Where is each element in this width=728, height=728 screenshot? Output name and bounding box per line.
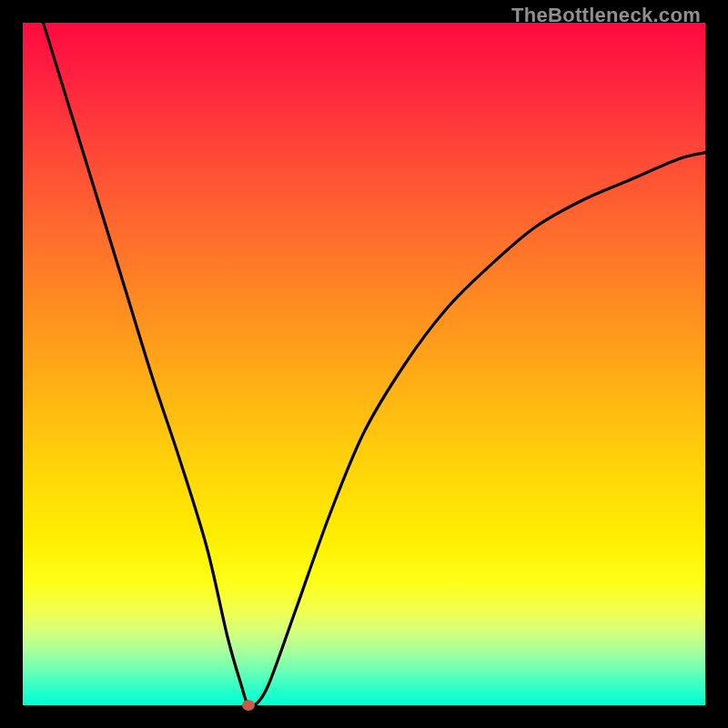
optimal-point-marker — [242, 700, 255, 711]
curve-svg — [23, 23, 705, 705]
plot-area — [23, 23, 705, 705]
chart-frame: TheBottleneck.com — [0, 0, 728, 728]
bottleneck-curve — [44, 23, 706, 705]
